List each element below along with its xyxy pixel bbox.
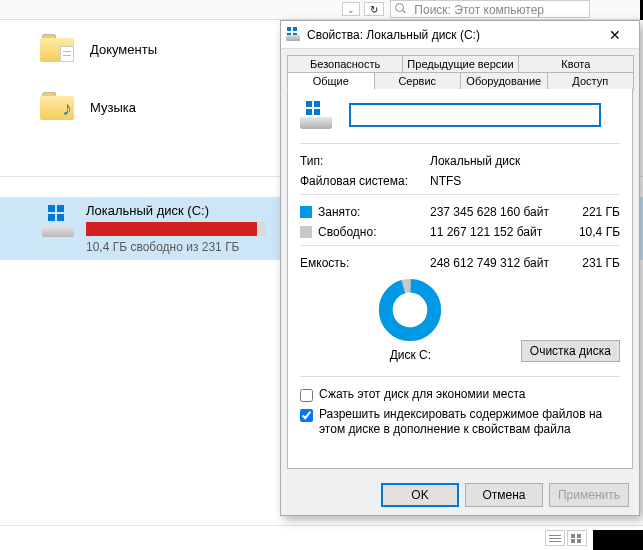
filesystem-value: NTFS — [430, 174, 461, 188]
dialog-footer: OK Отмена Применить — [281, 475, 639, 515]
used-label: Занято: — [300, 205, 430, 219]
tabs-container: Безопасность Предыдущие версии Квота Общ… — [281, 49, 639, 90]
folder-icon — [40, 34, 76, 64]
index-checkbox-row[interactable]: Разрешить индексировать содержимое файло… — [300, 407, 620, 438]
volume-label-input[interactable] — [350, 104, 600, 126]
tab-general[interactable]: Общие — [287, 72, 375, 90]
usage-pie-chart — [378, 278, 442, 342]
drive-icon — [285, 27, 301, 43]
free-bytes: 11 267 121 152 байт — [430, 225, 570, 239]
music-note-icon: ♪ — [62, 97, 72, 120]
view-tiles-button[interactable] — [567, 530, 587, 546]
tab-tools[interactable]: Сервис — [374, 72, 462, 90]
dialog-titlebar[interactable]: Свойства: Локальный диск (C:) ✕ — [281, 21, 639, 49]
tab-quota[interactable]: Квота — [518, 55, 634, 73]
free-label: Свободно: — [300, 225, 430, 239]
disk-cleanup-button[interactable]: Очистка диска — [521, 340, 620, 362]
compress-label: Сжать этот диск для экономии места — [319, 387, 525, 403]
donut-label: Диск C: — [300, 348, 521, 362]
index-checkbox[interactable] — [300, 409, 313, 422]
address-dropdown-button[interactable]: ⌄ — [342, 2, 360, 16]
tab-hardware[interactable]: Оборудование — [460, 72, 548, 90]
used-color-swatch — [300, 206, 312, 218]
tab-sharing[interactable]: Доступ — [547, 72, 635, 90]
drive-icon — [40, 203, 76, 239]
explorer-toolbar: ⌄ ↻ Поиск: Этот компьютер — [0, 0, 643, 20]
tab-security[interactable]: Безопасность — [287, 55, 403, 73]
used-bytes: 237 345 628 160 байт — [430, 205, 570, 219]
folder-label: Документы — [90, 42, 157, 57]
capacity-bytes: 248 612 749 312 байт — [430, 256, 570, 270]
close-button[interactable]: ✕ — [595, 21, 635, 49]
tab-previous-versions[interactable]: Предыдущие версии — [402, 55, 518, 73]
view-mode-switch — [545, 530, 587, 546]
capacity-gb: 231 ГБ — [570, 256, 620, 270]
close-icon: ✕ — [609, 27, 621, 43]
free-color-swatch — [300, 226, 312, 238]
cancel-button[interactable]: Отмена — [465, 483, 543, 507]
folder-label: Музыка — [90, 100, 136, 115]
index-label: Разрешить индексировать содержимое файло… — [319, 407, 620, 438]
folder-icon: ♪ — [40, 92, 76, 122]
compress-checkbox-row[interactable]: Сжать этот диск для экономии места — [300, 387, 620, 403]
drive-usage-bar — [86, 222, 266, 236]
compress-checkbox[interactable] — [300, 389, 313, 402]
window-edge — [593, 530, 643, 550]
capacity-label: Емкость: — [300, 256, 430, 270]
used-gb: 221 ГБ — [570, 205, 620, 219]
type-value: Локальный диск — [430, 154, 520, 168]
properties-dialog: Свойства: Локальный диск (C:) ✕ Безопасн… — [280, 20, 640, 516]
filesystem-label: Файловая система: — [300, 174, 430, 188]
svg-point-1 — [386, 286, 435, 335]
dialog-title: Свойства: Локальный диск (C:) — [307, 28, 595, 42]
tab-panel-general: Тип: Локальный диск Файловая система: NT… — [287, 89, 633, 469]
free-gb: 10,4 ГБ — [570, 225, 620, 239]
ok-button[interactable]: OK — [381, 483, 459, 507]
apply-button[interactable]: Применить — [549, 483, 629, 507]
statusbar-divider — [0, 525, 643, 526]
search-placeholder: Поиск: Этот компьютер — [414, 3, 544, 17]
search-icon — [395, 3, 407, 15]
search-input[interactable]: Поиск: Этот компьютер — [390, 0, 590, 18]
type-label: Тип: — [300, 154, 430, 168]
drive-icon — [300, 101, 332, 129]
view-details-button[interactable] — [545, 530, 565, 546]
refresh-button[interactable]: ↻ — [364, 2, 384, 16]
drive-usage-fill — [86, 222, 257, 236]
